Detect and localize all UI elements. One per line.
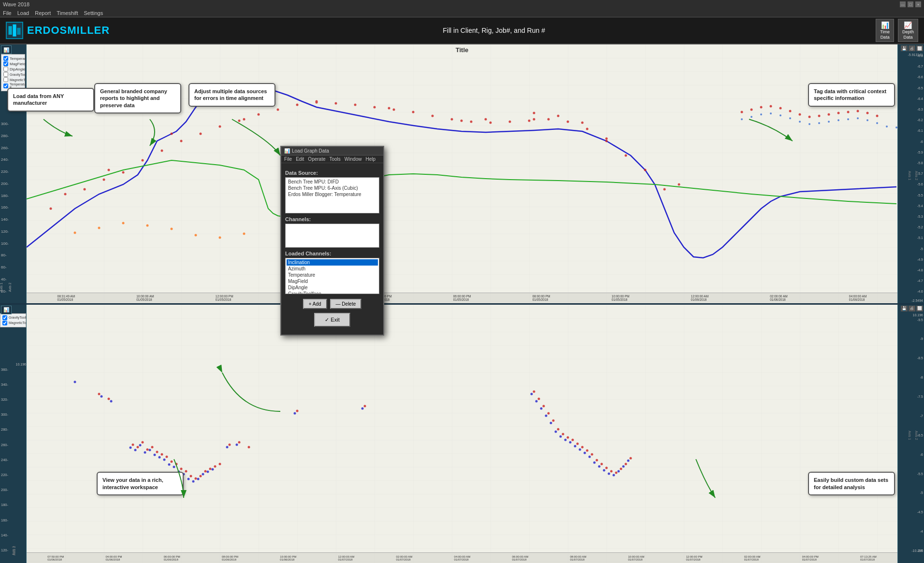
loaded-channel-temperature[interactable]: Temperature bbox=[287, 272, 378, 278]
loaded-channels-listbox[interactable]: Inclination Azimuth Temperature MagField… bbox=[285, 258, 379, 294]
svg-point-124 bbox=[557, 428, 560, 430]
svg-point-185 bbox=[627, 459, 630, 462]
svg-point-131 bbox=[591, 453, 593, 455]
data-source-item-3[interactable]: Erdos Miller Blogger: Temperature bbox=[287, 191, 378, 197]
legend-cb-magnetictoolface[interactable] bbox=[3, 77, 8, 82]
menu-bar: File Load Report Timeshift Settings bbox=[0, 9, 924, 17]
menu-report[interactable]: Report bbox=[35, 10, 51, 16]
menu-load[interactable]: Load bbox=[17, 10, 29, 16]
svg-point-167 bbox=[540, 407, 543, 409]
legend-label-magnetictoolface-bottom: MagneticToolface bbox=[9, 321, 27, 324]
load-icon-bottom[interactable]: 📊 bbox=[1, 306, 12, 314]
svg-point-46 bbox=[678, 183, 680, 186]
svg-point-69 bbox=[770, 113, 772, 114]
time-data-button[interactable]: 📊 Time Data bbox=[876, 19, 894, 42]
svg-point-65 bbox=[876, 115, 879, 117]
callout-tag-data: Tag data with critical context specific … bbox=[808, 83, 895, 107]
svg-point-40 bbox=[243, 118, 245, 121]
svg-point-178 bbox=[593, 461, 596, 464]
legend-cb-dipangle[interactable] bbox=[3, 67, 8, 71]
panel-icon-print-top[interactable]: 🖨 bbox=[909, 45, 915, 51]
legend-label-temperature: Temperature bbox=[10, 56, 27, 61]
svg-point-119 bbox=[533, 390, 535, 393]
data-source-item-1[interactable]: Bench Tree MPU: DIFD bbox=[287, 179, 378, 185]
panel-icon-expand-top[interactable]: ⬜ bbox=[916, 45, 923, 51]
data-source-item-2[interactable]: Bench Tree MPU: 6-Axis (Cubic) bbox=[287, 185, 378, 191]
svg-point-72 bbox=[799, 121, 801, 123]
svg-point-118 bbox=[364, 405, 366, 407]
svg-point-144 bbox=[149, 449, 151, 451]
delete-button[interactable]: — Delete bbox=[330, 299, 362, 309]
data-source-listbox[interactable]: Bench Tree MPU: DIFD Bench Tree MPU: 6-A… bbox=[285, 177, 379, 213]
header: ERDOSMILLER Fill in Client, Rig, Job#, a… bbox=[0, 17, 924, 44]
svg-point-8 bbox=[122, 171, 125, 174]
svg-point-102 bbox=[175, 463, 178, 465]
exit-button[interactable]: ✓ Exit bbox=[314, 313, 350, 327]
loaded-channel-magfield[interactable]: MagField bbox=[287, 278, 378, 284]
panel-icon-expand-bottom[interactable]: ⬜ bbox=[916, 306, 923, 311]
callout-adjust-sources: Adjust multiple data sources for errors … bbox=[188, 83, 275, 107]
svg-point-89 bbox=[219, 237, 221, 239]
legend-cb-temperature[interactable] bbox=[3, 56, 8, 61]
loaded-channel-inclination[interactable]: Inclination bbox=[287, 259, 378, 266]
modal-menu-help[interactable]: Help bbox=[365, 156, 375, 162]
menu-settings[interactable]: Settings bbox=[84, 10, 103, 16]
svg-point-83 bbox=[74, 232, 76, 234]
svg-point-138 bbox=[625, 463, 627, 465]
chart-bottom-main: 07:50:00 PM01/06/2018 04:00:00 PM01/06/2… bbox=[27, 305, 897, 563]
panel-icon-print-bottom[interactable]: 🖨 bbox=[909, 306, 915, 311]
add-button[interactable]: + Add bbox=[303, 299, 327, 309]
load-icon-top[interactable]: 📊 bbox=[1, 45, 12, 54]
svg-point-152 bbox=[188, 478, 190, 480]
svg-point-128 bbox=[577, 442, 579, 445]
svg-point-10 bbox=[161, 150, 163, 152]
svg-point-168 bbox=[545, 414, 548, 417]
panel-icon-save-bottom[interactable]: 💾 bbox=[901, 306, 908, 311]
channels-listbox[interactable] bbox=[285, 224, 379, 248]
svg-point-26 bbox=[470, 121, 473, 123]
svg-point-139 bbox=[630, 457, 632, 459]
modal-menu-window[interactable]: Window bbox=[345, 156, 362, 162]
svg-point-57 bbox=[799, 113, 801, 116]
modal-menu-tools[interactable]: Tools bbox=[330, 156, 341, 162]
window-controls[interactable]: — □ × bbox=[900, 1, 921, 7]
svg-point-33 bbox=[606, 140, 608, 142]
loaded-channel-azimuth[interactable]: Azimuth bbox=[287, 266, 378, 272]
svg-point-135 bbox=[610, 470, 613, 472]
svg-point-45 bbox=[606, 138, 608, 140]
panel-icon-save-top[interactable]: 💾 bbox=[901, 45, 908, 51]
legend-item-dipangle: DipAngle bbox=[3, 67, 23, 71]
svg-point-94 bbox=[137, 446, 139, 448]
loaded-channel-dipangle[interactable]: DipAngle bbox=[287, 284, 378, 291]
legend-label-magfield: MagField bbox=[10, 62, 26, 66]
menu-timeshift[interactable]: Timeshift bbox=[57, 10, 78, 16]
menu-file[interactable]: File bbox=[3, 10, 12, 16]
channels-label: Channels: bbox=[285, 216, 379, 222]
svg-point-172 bbox=[564, 438, 567, 441]
modal-menu-edit[interactable]: Edit bbox=[296, 156, 304, 162]
loaded-channel-gravitytoolface[interactable]: GravityToolface bbox=[287, 291, 378, 294]
svg-point-130 bbox=[586, 449, 589, 451]
legend-cb-magfield[interactable] bbox=[3, 61, 8, 66]
svg-point-62 bbox=[847, 111, 850, 113]
modal-menu-file[interactable]: File bbox=[284, 156, 292, 162]
svg-point-11 bbox=[180, 140, 183, 142]
legend-cb-magnetictoolface-bottom[interactable] bbox=[2, 321, 7, 325]
chart-top-title: Title bbox=[456, 46, 469, 54]
svg-point-87 bbox=[171, 228, 173, 230]
legend-label-dipangle: DipAngle bbox=[10, 67, 25, 71]
modal-menu-operate[interactable]: Operate bbox=[308, 156, 325, 162]
svg-point-126 bbox=[567, 436, 569, 438]
svg-point-29 bbox=[528, 120, 531, 122]
legend-cb-gravitytoolface[interactable] bbox=[3, 72, 8, 77]
close-button[interactable]: × bbox=[915, 1, 921, 7]
maximize-button[interactable]: □ bbox=[908, 1, 913, 7]
svg-point-61 bbox=[837, 112, 840, 114]
title-bar: Wave 2018 — □ × bbox=[0, 0, 924, 9]
depth-data-button[interactable]: 📈 Depth Data bbox=[898, 19, 918, 42]
minimize-button[interactable]: — bbox=[900, 1, 906, 7]
right-axis-bottom-bottom-value: -10.196 bbox=[911, 549, 923, 552]
legend-cb-temperaturef[interactable] bbox=[3, 84, 8, 88]
legend-cb-gravitytoolface-bottom[interactable] bbox=[2, 315, 7, 320]
loaded-channels-label: Loaded Channels: bbox=[285, 251, 379, 256]
